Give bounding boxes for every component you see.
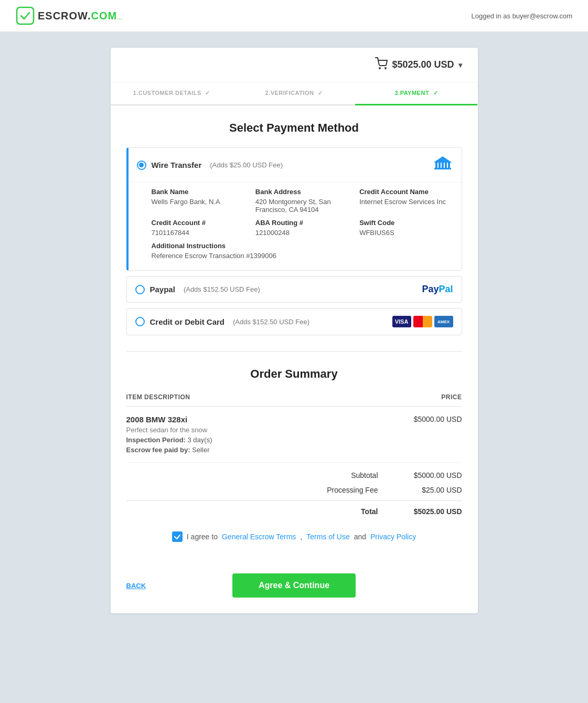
- svg-rect-9: [434, 168, 451, 169]
- step-verification[interactable]: 2.VERIFICATION ✓: [233, 82, 355, 104]
- wire-details: Bank Name Wells Fargo Bank, N.A Bank Add…: [129, 182, 462, 270]
- back-button[interactable]: BACK: [126, 582, 146, 590]
- subtotal-label: Subtotal: [315, 471, 378, 480]
- aba-routing-label: ABA Routing #: [255, 219, 349, 227]
- totals-section: Subtotal $5000.00 USD Processing Fee $25…: [126, 468, 462, 519]
- paypal-header[interactable]: Paypal (Adds $152.50 USD Fee) PayPal: [127, 276, 462, 302]
- agree-checkbox[interactable]: [172, 531, 183, 542]
- step-customer-details[interactable]: 1.CUSTOMER DETAILS ✓: [111, 82, 233, 104]
- step2-check: ✓: [318, 90, 323, 96]
- item-price: $5000.00 USD: [414, 415, 462, 423]
- escrow-fee-value: Seller: [192, 446, 209, 454]
- additional-instructions-field: Additional Instructions Reference Escrow…: [152, 242, 453, 260]
- total-value: $5025.00 USD: [410, 507, 462, 516]
- order-summary-title: Order Summary: [126, 367, 462, 381]
- wire-transfer-fee: (Adds $25.00 USD Fee): [210, 161, 283, 169]
- paypal-left: Paypal (Adds $152.50 USD Fee): [135, 285, 260, 294]
- cart-amount: $5025.00 USD: [392, 59, 454, 70]
- svg-point-1: [379, 68, 380, 69]
- subtotal-value: $5000.00 USD: [410, 471, 462, 480]
- main-card: $5025.00 USD ▾ 1.CUSTOMER DETAILS ✓ 2.VE…: [111, 48, 478, 613]
- inspection-label: Inspection Period:: [126, 436, 186, 444]
- amex-logo: AMEX: [434, 316, 453, 327]
- svg-rect-4: [439, 163, 441, 168]
- logo-icon: [16, 6, 35, 25]
- step1-check: ✓: [205, 90, 210, 96]
- swift-code-field: Swift Code WFBIUS6S: [359, 219, 453, 237]
- wire-transfer-radio[interactable]: [137, 161, 146, 170]
- credit-account-name-value: Internet Escrow Services Inc: [359, 198, 453, 206]
- card-logos: VISA AMEX: [392, 316, 453, 327]
- additional-instructions-label: Additional Instructions: [152, 242, 453, 250]
- processing-fee-label: Processing Fee: [315, 486, 378, 494]
- footer-buttons: BACK Agree & Continue: [111, 568, 478, 613]
- order-item: 2008 BMW 328xi $5000.00 USD Perfect seda…: [126, 407, 462, 463]
- wire-transfer-label: Wire Transfer: [152, 161, 202, 169]
- bank-icon: [434, 155, 453, 175]
- bank-name-field: Bank Name Wells Fargo Bank, N.A: [152, 188, 245, 214]
- totals-divider: [126, 500, 462, 501]
- processing-fee-row: Processing Fee $25.00 USD: [126, 483, 462, 497]
- item-inspection: Inspection Period: 3 day(s): [126, 436, 462, 444]
- escrow-fee-label: Escrow fee paid by:: [126, 446, 190, 454]
- additional-instructions-value: Reference Escrow Transaction #1399006: [152, 252, 453, 260]
- card-header[interactable]: Credit or Debit Card (Adds $152.50 USD F…: [127, 308, 462, 335]
- cart-total[interactable]: $5025.00 USD ▾: [375, 57, 462, 72]
- credit-account-label: Credit Account #: [152, 219, 245, 227]
- bank-address-value: 420 Montgomery St, San Francisco, CA 941…: [255, 198, 349, 214]
- bank-address-field: Bank Address 420 Montgomery St, San Fran…: [255, 188, 349, 214]
- wire-transfer-left: Wire Transfer (Adds $25.00 USD Fee): [137, 161, 283, 170]
- svg-rect-7: [448, 163, 450, 168]
- visa-logo: VISA: [392, 316, 411, 327]
- payment-section-title: Select Payment Method: [126, 121, 462, 135]
- order-table-header: ITEM DESCRIPTION PRICE: [126, 393, 462, 407]
- content-area: Select Payment Method Wire Transfer (Add…: [111, 105, 478, 568]
- paypal-option[interactable]: Paypal (Adds $152.50 USD Fee) PayPal: [126, 276, 462, 303]
- total-label: Total: [315, 507, 378, 516]
- paypal-logo: PayPal: [422, 284, 453, 295]
- svg-rect-0: [17, 7, 34, 24]
- agreement-and: and: [354, 532, 366, 541]
- chevron-down-icon: ▾: [458, 61, 462, 69]
- svg-rect-5: [442, 163, 444, 168]
- agree-continue-button[interactable]: Agree & Continue: [232, 573, 356, 598]
- card-radio[interactable]: [135, 317, 145, 326]
- swift-code-value: WFBIUS6S: [359, 229, 453, 237]
- card-left: Credit or Debit Card (Adds $152.50 USD F…: [135, 317, 309, 326]
- aba-routing-value: 121000248: [255, 229, 349, 237]
- svg-rect-3: [435, 163, 437, 168]
- order-item-row: 2008 BMW 328xi $5000.00 USD: [126, 415, 462, 424]
- agreement-text-before: I agree to: [187, 532, 218, 541]
- order-table: ITEM DESCRIPTION PRICE 2008 BMW 328xi $5…: [126, 393, 462, 519]
- processing-fee-value: $25.00 USD: [410, 486, 462, 494]
- agreement-row: I agree to General Escrow Terms , Terms …: [126, 531, 462, 542]
- svg-marker-8: [434, 156, 452, 163]
- col-item-description: ITEM DESCRIPTION: [126, 393, 190, 401]
- cart-bar: $5025.00 USD ▾: [111, 48, 478, 82]
- card-label: Credit or Debit Card: [150, 317, 225, 326]
- paypal-radio[interactable]: [135, 285, 145, 294]
- wire-transfer-header[interactable]: Wire Transfer (Adds $25.00 USD Fee): [129, 148, 462, 182]
- credit-account-value: 7101167844: [152, 229, 245, 237]
- total-row: Total $5025.00 USD: [126, 504, 462, 519]
- terms-of-use-link[interactable]: Terms of Use: [306, 532, 349, 541]
- subtotal-row: Subtotal $5000.00 USD: [126, 468, 462, 483]
- credit-account-name-field: Credit Account Name Internet Escrow Serv…: [359, 188, 453, 214]
- general-escrow-terms-link[interactable]: General Escrow Terms: [222, 532, 296, 541]
- step-payment[interactable]: 3.PAYMENT ✓: [355, 82, 477, 105]
- section-divider: [126, 351, 462, 351]
- bank-name-label: Bank Name: [152, 188, 245, 196]
- item-name: 2008 BMW 328xi: [126, 415, 188, 424]
- header: ESCROW.COM... Logged in as buyer@escrow.…: [0, 0, 588, 32]
- svg-rect-6: [445, 163, 447, 168]
- agreement-separator: ,: [300, 532, 302, 541]
- item-escrow-fee: Escrow fee paid by: Seller: [126, 446, 462, 454]
- card-option[interactable]: Credit or Debit Card (Adds $152.50 USD F…: [126, 308, 462, 335]
- step3-check: ✓: [433, 90, 439, 96]
- steps-nav: 1.CUSTOMER DETAILS ✓ 2.VERIFICATION ✓ 3.…: [111, 82, 478, 105]
- swift-code-label: Swift Code: [359, 219, 453, 227]
- privacy-policy-link[interactable]: Privacy Policy: [370, 532, 416, 541]
- card-fee: (Adds $152.50 USD Fee): [233, 318, 309, 326]
- cart-icon: [375, 57, 388, 72]
- wire-transfer-option[interactable]: Wire Transfer (Adds $25.00 USD Fee): [126, 147, 462, 271]
